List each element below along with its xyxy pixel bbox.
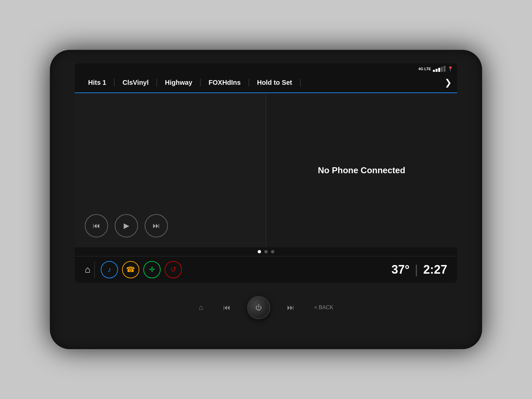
signal-bars (433, 66, 446, 72)
play-icon: ▶ (124, 221, 129, 230)
hw-back-label: < BACK (314, 305, 333, 311)
page-indicator (75, 247, 457, 256)
nav-icon: ✛ (149, 265, 155, 274)
hw-home-icon: ⌂ (199, 303, 203, 312)
hw-next-icon: ⏭ (287, 303, 294, 312)
signal-bar-1 (433, 70, 435, 72)
nav-tabs-bar: Hits 1 ClsVinyl Highway FOXHdIns Hold to… (75, 72, 457, 93)
clock: 2:27 (423, 263, 447, 277)
signal-bar-3 (438, 68, 440, 72)
onstar-icon: ↺ (170, 265, 176, 274)
onstar-button[interactable]: ↺ (165, 261, 182, 278)
signal-bar-4 (441, 67, 443, 72)
temperature: 37° (391, 263, 409, 277)
physical-controls: ⌂ ⏮ ⏻ ⏭ < BACK (100, 288, 432, 328)
hw-home-button[interactable]: ⌂ (189, 300, 213, 315)
tab-hold-to-set[interactable]: Hold to Set (249, 79, 301, 86)
play-button[interactable]: ▶ (115, 214, 138, 237)
prev-button[interactable]: ⏮ (85, 214, 108, 237)
hw-prev-button[interactable]: ⏮ (213, 300, 240, 315)
album-art (75, 93, 266, 214)
bottom-nav-bar: ⌂ ♪ ☎ ✛ ↺ 37° | 2:27 (75, 256, 457, 283)
navigation-button[interactable]: ✛ (143, 261, 161, 278)
tab-clsvinyl[interactable]: ClsVinyl (114, 79, 157, 86)
home-button[interactable]: ⌂ (85, 264, 90, 275)
tab-hits1[interactable]: Hits 1 (80, 79, 114, 86)
phone-icon: ☎ (126, 265, 135, 274)
page-dot-3 (271, 250, 274, 253)
no-phone-message: No Phone Connected (318, 165, 405, 176)
car-infotainment-frame: 4G LTE 📍 Hits 1 ClsVinyl Highway FOXHdIn… (50, 50, 482, 349)
main-content-area: ⏮ ▶ ⏭ No Phone Connected (75, 93, 457, 247)
music-button[interactable]: ♪ (101, 261, 118, 278)
hw-next-button[interactable]: ⏭ (277, 300, 304, 315)
nav-tabs-arrow[interactable]: ❯ (439, 77, 452, 88)
signal-bar-5 (444, 66, 446, 72)
page-dot-1 (258, 250, 261, 253)
page-dot-2 (264, 250, 268, 253)
tab-foxhdins[interactable]: FOXHdIns (200, 79, 249, 86)
hw-back-button[interactable]: < BACK (304, 301, 343, 314)
player-controls: ⏮ ▶ ⏭ (85, 214, 168, 241)
next-button[interactable]: ⏭ (145, 214, 168, 237)
status-display: 37° | 2:27 (391, 263, 447, 277)
status-bar: 4G LTE 📍 (418, 66, 453, 72)
power-icon: ⏻ (255, 304, 262, 312)
network-label: 4G LTE (418, 67, 431, 71)
tab-highway[interactable]: Highway (157, 79, 200, 86)
status-separator: | (415, 263, 418, 277)
location-icon: 📍 (448, 66, 453, 71)
phone-panel: No Phone Connected (266, 93, 457, 247)
nav-divider (94, 261, 95, 278)
signal-bar-2 (436, 69, 438, 72)
infotainment-screen: 4G LTE 📍 Hits 1 ClsVinyl Highway FOXHdIn… (75, 63, 457, 283)
next-icon: ⏭ (153, 221, 160, 230)
power-knob[interactable]: ⏻ (247, 296, 270, 319)
phone-button[interactable]: ☎ (122, 261, 139, 278)
music-icon: ♪ (107, 265, 111, 274)
hw-prev-icon: ⏮ (223, 303, 230, 312)
prev-icon: ⏮ (93, 221, 100, 230)
media-player-panel: ⏮ ▶ ⏭ (75, 93, 266, 247)
